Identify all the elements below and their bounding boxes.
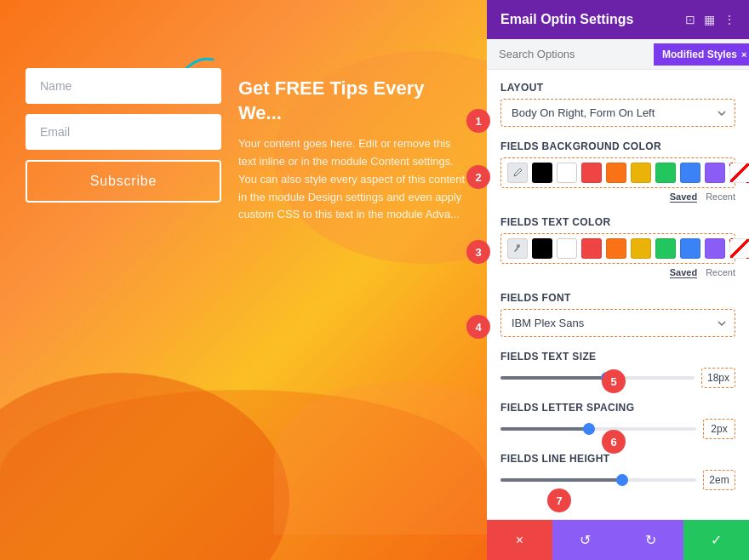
grid-icon[interactable]: ▦ [704, 13, 715, 26]
text-size-value[interactable]: 18px [701, 368, 735, 388]
color-orange[interactable] [606, 163, 626, 183]
panel-footer: × ↺ ↻ ✓ [487, 519, 749, 560]
recent-tab[interactable]: Recent [706, 191, 735, 203]
line-height-label: Fields Line Height [500, 453, 735, 465]
layout-dropdown[interactable]: Body On Right, Form On Left Body On Left… [500, 99, 735, 127]
text-color-green[interactable] [655, 238, 676, 259]
line-height-section: Fields Line Height 2em [500, 453, 735, 490]
text-size-label: Fields Text Size [500, 351, 735, 363]
letter-spacing-fill [500, 427, 589, 431]
font-dropdown[interactable]: IBM Plex Sans Roboto Open Sans [500, 309, 735, 337]
color-black[interactable] [532, 163, 552, 183]
panel-title: Email Optin Settings [500, 12, 633, 27]
step-badge-3: 3 [466, 240, 490, 264]
preview-content: Get FREE Tips Every We... Your content g… [238, 77, 470, 224]
modified-styles-close[interactable]: × [741, 49, 746, 60]
text-recent-tab[interactable]: Recent [706, 267, 735, 278]
font-label: Fields Font [500, 292, 735, 304]
text-color-white[interactable] [557, 238, 577, 259]
text-color-section: Fields Text Color Saved [500, 216, 735, 278]
color-red[interactable] [581, 163, 602, 183]
settings-panel: Email Optin Settings ⊡ ▦ ⋮ Modified Styl… [487, 0, 749, 560]
modified-styles-label: Modified Styles [662, 49, 737, 60]
letter-spacing-label: Fields Letter Spacing [500, 402, 735, 414]
color-white[interactable] [557, 163, 577, 183]
modified-styles-badge[interactable]: Modified Styles × [654, 43, 749, 66]
preview-body: Your content goes here. Edit or remove t… [238, 135, 470, 224]
text-color-red[interactable] [581, 238, 602, 259]
more-options-icon[interactable]: ⋮ [723, 13, 735, 26]
cancel-button[interactable]: × [487, 520, 552, 560]
name-field[interactable]: Name [26, 68, 221, 104]
letter-spacing-track[interactable] [500, 427, 696, 431]
layout-section: Layout Body On Right, Form On Left Body … [500, 82, 735, 127]
text-color-transparent[interactable] [729, 238, 749, 259]
bg-color-label: Fields Background Color [500, 140, 735, 152]
letter-spacing-thumb[interactable] [583, 423, 595, 435]
font-section: Fields Font IBM Plex Sans Roboto Open Sa… [500, 292, 735, 337]
text-color-tabs: Saved Recent [500, 267, 735, 278]
text-color-purple[interactable] [705, 238, 725, 259]
text-color-orange[interactable] [606, 238, 626, 259]
text-saved-tab[interactable]: Saved [670, 267, 697, 278]
header-icons: ⊡ ▦ ⋮ [685, 13, 735, 26]
subscribe-button[interactable]: Subscribe [26, 160, 221, 203]
responsive-icon[interactable]: ⊡ [685, 13, 695, 26]
preview-panel: Name Email Subscribe Get FREE Tips Every… [0, 0, 487, 560]
layout-label: Layout [500, 82, 735, 94]
text-color-picker [500, 233, 735, 264]
color-yellow[interactable] [631, 163, 651, 183]
saved-tab[interactable]: Saved [670, 191, 697, 203]
text-color-label: Fields Text Color [500, 216, 735, 228]
color-transparent[interactable] [729, 163, 749, 183]
line-height-thumb[interactable] [616, 474, 628, 486]
color-purple[interactable] [705, 163, 725, 183]
line-height-fill [500, 478, 622, 482]
line-height-slider-row: 2em [500, 470, 735, 490]
search-bar: Modified Styles × [487, 39, 749, 70]
step-badge-7: 7 [547, 489, 571, 512]
text-size-track[interactable] [500, 376, 695, 380]
bg-color-section: Fields Background Color Saved [500, 140, 735, 203]
step-badge-1: 1 [466, 109, 490, 133]
bg-color-tabs: Saved Recent [500, 191, 735, 203]
search-input[interactable] [487, 39, 654, 69]
text-size-fill [500, 376, 607, 380]
form-container: Name Email Subscribe [26, 68, 221, 203]
bg-color-picker [500, 157, 735, 188]
email-field[interactable]: Email [26, 114, 221, 150]
eyedropper-icon[interactable] [507, 163, 528, 183]
step-badge-6: 6 [602, 430, 626, 454]
text-color-yellow[interactable] [631, 238, 651, 259]
redo-button[interactable]: ↻ [618, 520, 683, 560]
color-green[interactable] [655, 163, 676, 183]
text-eyedropper-icon[interactable] [507, 238, 528, 259]
text-color-black[interactable] [532, 238, 552, 259]
line-height-value[interactable]: 2em [703, 470, 735, 490]
panel-header: Email Optin Settings ⊡ ▦ ⋮ [487, 0, 749, 39]
color-blue[interactable] [680, 163, 700, 183]
step-badge-2: 2 [466, 165, 490, 189]
preview-title: Get FREE Tips Every We... [238, 77, 470, 125]
line-height-track[interactable] [500, 478, 696, 482]
save-button[interactable]: ✓ [683, 520, 749, 560]
undo-button[interactable]: ↺ [552, 520, 618, 560]
letter-spacing-value[interactable]: 2px [703, 419, 735, 439]
step-badge-4: 4 [466, 315, 490, 339]
step-badge-5: 5 [602, 369, 626, 393]
text-color-blue[interactable] [680, 238, 700, 259]
